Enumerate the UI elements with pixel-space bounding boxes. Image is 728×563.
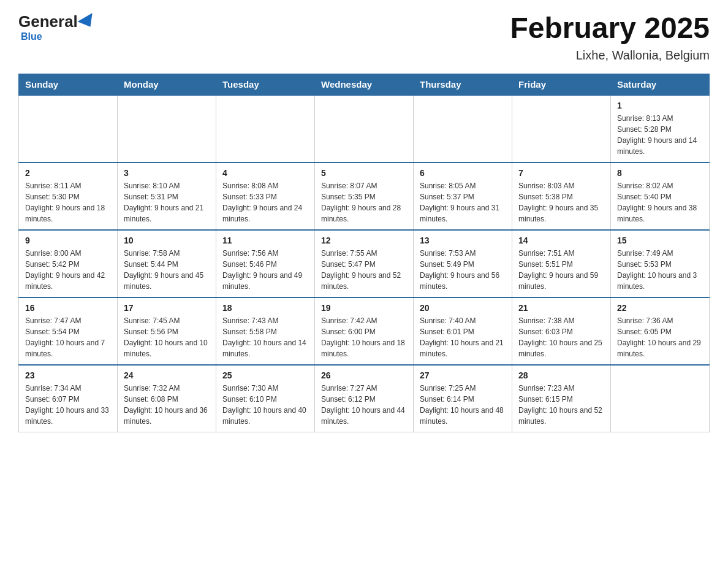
day-info: Sunrise: 8:03 AMSunset: 5:38 PMDaylight:… <box>518 180 604 224</box>
calendar-cell-w4d5: 28Sunrise: 7:23 AMSunset: 6:15 PMDayligh… <box>512 365 611 432</box>
calendar-cell-w1d4: 6Sunrise: 8:05 AMSunset: 5:37 PMDaylight… <box>414 163 512 230</box>
calendar-header-saturday: Saturday <box>611 74 710 95</box>
day-number: 20 <box>420 303 506 313</box>
day-info: Sunrise: 8:07 AMSunset: 5:35 PMDaylight:… <box>321 180 407 224</box>
week-row-4: 23Sunrise: 7:34 AMSunset: 6:07 PMDayligh… <box>19 365 710 432</box>
calendar-cell-w4d4: 27Sunrise: 7:25 AMSunset: 6:14 PMDayligh… <box>414 365 512 432</box>
day-number: 13 <box>420 236 506 245</box>
day-number: 5 <box>321 168 407 178</box>
logo-triangle-icon <box>77 13 97 31</box>
day-number: 9 <box>25 236 111 245</box>
day-number: 2 <box>25 168 111 178</box>
calendar-cell-w3d1: 17Sunrise: 7:45 AMSunset: 5:56 PMDayligh… <box>118 297 216 365</box>
day-info: Sunrise: 7:45 AMSunset: 5:56 PMDaylight:… <box>124 315 210 359</box>
day-number: 6 <box>420 168 506 178</box>
calendar-cell-w2d0: 9Sunrise: 8:00 AMSunset: 5:42 PMDaylight… <box>19 230 118 297</box>
day-info: Sunrise: 7:38 AMSunset: 6:03 PMDaylight:… <box>518 315 604 359</box>
calendar-cell-w0d0 <box>19 95 118 163</box>
calendar-cell-w2d6: 15Sunrise: 7:49 AMSunset: 5:53 PMDayligh… <box>611 230 710 297</box>
week-row-2: 9Sunrise: 8:00 AMSunset: 5:42 PMDaylight… <box>19 230 710 297</box>
calendar-cell-w2d5: 14Sunrise: 7:51 AMSunset: 5:51 PMDayligh… <box>512 230 611 297</box>
day-number: 28 <box>518 370 604 380</box>
day-info: Sunrise: 7:32 AMSunset: 6:08 PMDaylight:… <box>124 383 210 427</box>
calendar-cell-w0d3 <box>315 95 414 163</box>
calendar-cell-w2d4: 13Sunrise: 7:53 AMSunset: 5:49 PMDayligh… <box>414 230 512 297</box>
calendar-cell-w4d6 <box>611 365 710 432</box>
day-number: 25 <box>222 370 308 380</box>
calendar-cell-w4d3: 26Sunrise: 7:27 AMSunset: 6:12 PMDayligh… <box>315 365 414 432</box>
day-info: Sunrise: 8:05 AMSunset: 5:37 PMDaylight:… <box>420 180 506 224</box>
title-block: February 2025 Lixhe, Wallonia, Belgium <box>510 12 710 63</box>
calendar-header-sunday: Sunday <box>19 74 118 95</box>
day-number: 12 <box>321 236 407 245</box>
day-number: 14 <box>518 236 604 245</box>
day-info: Sunrise: 7:27 AMSunset: 6:12 PMDaylight:… <box>321 383 407 427</box>
day-number: 1 <box>617 101 703 110</box>
calendar-cell-w2d3: 12Sunrise: 7:55 AMSunset: 5:47 PMDayligh… <box>315 230 414 297</box>
day-info: Sunrise: 7:23 AMSunset: 6:15 PMDaylight:… <box>518 383 604 427</box>
day-info: Sunrise: 7:49 AMSunset: 5:53 PMDaylight:… <box>617 248 703 292</box>
calendar-header-wednesday: Wednesday <box>315 74 414 95</box>
logo: General Blue <box>18 12 96 42</box>
day-info: Sunrise: 7:51 AMSunset: 5:51 PMDaylight:… <box>518 248 604 292</box>
day-number: 21 <box>518 303 604 313</box>
day-info: Sunrise: 8:11 AMSunset: 5:30 PMDaylight:… <box>25 180 111 224</box>
calendar-cell-w1d3: 5Sunrise: 8:07 AMSunset: 5:35 PMDaylight… <box>315 163 414 230</box>
day-number: 7 <box>518 168 604 178</box>
calendar-header-thursday: Thursday <box>414 74 512 95</box>
day-number: 24 <box>124 370 210 380</box>
calendar-cell-w0d2 <box>216 95 315 163</box>
calendar-cell-w0d5 <box>512 95 611 163</box>
calendar-cell-w1d6: 8Sunrise: 8:02 AMSunset: 5:40 PMDaylight… <box>611 163 710 230</box>
day-number: 19 <box>321 303 407 313</box>
day-number: 4 <box>222 168 308 178</box>
calendar-cell-w4d0: 23Sunrise: 7:34 AMSunset: 6:07 PMDayligh… <box>19 365 118 432</box>
calendar-cell-w0d1 <box>118 95 216 163</box>
day-number: 27 <box>420 370 506 380</box>
calendar-cell-w2d1: 10Sunrise: 7:58 AMSunset: 5:44 PMDayligh… <box>118 230 216 297</box>
month-title: February 2025 <box>510 12 710 45</box>
calendar-cell-w0d4 <box>414 95 512 163</box>
logo-general-text: General <box>18 12 78 31</box>
calendar-cell-w3d5: 21Sunrise: 7:38 AMSunset: 6:03 PMDayligh… <box>512 297 611 365</box>
day-info: Sunrise: 7:36 AMSunset: 6:05 PMDaylight:… <box>617 315 703 359</box>
day-info: Sunrise: 7:30 AMSunset: 6:10 PMDaylight:… <box>222 383 308 427</box>
day-info: Sunrise: 7:43 AMSunset: 5:58 PMDaylight:… <box>222 315 308 359</box>
day-info: Sunrise: 7:25 AMSunset: 6:14 PMDaylight:… <box>420 383 506 427</box>
calendar-cell-w4d1: 24Sunrise: 7:32 AMSunset: 6:08 PMDayligh… <box>118 365 216 432</box>
calendar-cell-w3d0: 16Sunrise: 7:47 AMSunset: 5:54 PMDayligh… <box>19 297 118 365</box>
calendar-cell-w1d0: 2Sunrise: 8:11 AMSunset: 5:30 PMDaylight… <box>19 163 118 230</box>
day-info: Sunrise: 7:34 AMSunset: 6:07 PMDaylight:… <box>25 383 111 427</box>
day-number: 15 <box>617 236 703 245</box>
day-info: Sunrise: 7:42 AMSunset: 6:00 PMDaylight:… <box>321 315 407 359</box>
calendar-cell-w3d2: 18Sunrise: 7:43 AMSunset: 5:58 PMDayligh… <box>216 297 315 365</box>
calendar-cell-w3d3: 19Sunrise: 7:42 AMSunset: 6:00 PMDayligh… <box>315 297 414 365</box>
week-row-3: 16Sunrise: 7:47 AMSunset: 5:54 PMDayligh… <box>19 297 710 365</box>
week-row-1: 2Sunrise: 8:11 AMSunset: 5:30 PMDaylight… <box>19 163 710 230</box>
day-info: Sunrise: 7:58 AMSunset: 5:44 PMDaylight:… <box>124 248 210 292</box>
day-number: 17 <box>124 303 210 313</box>
calendar-table: SundayMondayTuesdayWednesdayThursdayFrid… <box>18 74 710 432</box>
calendar-cell-w1d2: 4Sunrise: 8:08 AMSunset: 5:33 PMDaylight… <box>216 163 315 230</box>
day-number: 26 <box>321 370 407 380</box>
day-number: 23 <box>25 370 111 380</box>
day-info: Sunrise: 7:56 AMSunset: 5:46 PMDaylight:… <box>222 248 308 292</box>
calendar-header-tuesday: Tuesday <box>216 74 315 95</box>
day-info: Sunrise: 7:55 AMSunset: 5:47 PMDaylight:… <box>321 248 407 292</box>
location-title: Lixhe, Wallonia, Belgium <box>510 48 710 63</box>
day-number: 11 <box>222 236 308 245</box>
calendar-cell-w3d6: 22Sunrise: 7:36 AMSunset: 6:05 PMDayligh… <box>611 297 710 365</box>
calendar-header-row: SundayMondayTuesdayWednesdayThursdayFrid… <box>19 74 710 95</box>
day-number: 8 <box>617 168 703 178</box>
calendar-cell-w0d6: 1Sunrise: 8:13 AMSunset: 5:28 PMDaylight… <box>611 95 710 163</box>
calendar-cell-w1d1: 3Sunrise: 8:10 AMSunset: 5:31 PMDaylight… <box>118 163 216 230</box>
calendar-header-monday: Monday <box>118 74 216 95</box>
day-info: Sunrise: 7:40 AMSunset: 6:01 PMDaylight:… <box>420 315 506 359</box>
calendar-cell-w3d4: 20Sunrise: 7:40 AMSunset: 6:01 PMDayligh… <box>414 297 512 365</box>
day-number: 22 <box>617 303 703 313</box>
day-info: Sunrise: 8:13 AMSunset: 5:28 PMDaylight:… <box>617 113 703 157</box>
calendar-cell-w1d5: 7Sunrise: 8:03 AMSunset: 5:38 PMDaylight… <box>512 163 611 230</box>
day-number: 10 <box>124 236 210 245</box>
logo-blue-text: Blue <box>21 31 42 42</box>
day-info: Sunrise: 8:02 AMSunset: 5:40 PMDaylight:… <box>617 180 703 224</box>
